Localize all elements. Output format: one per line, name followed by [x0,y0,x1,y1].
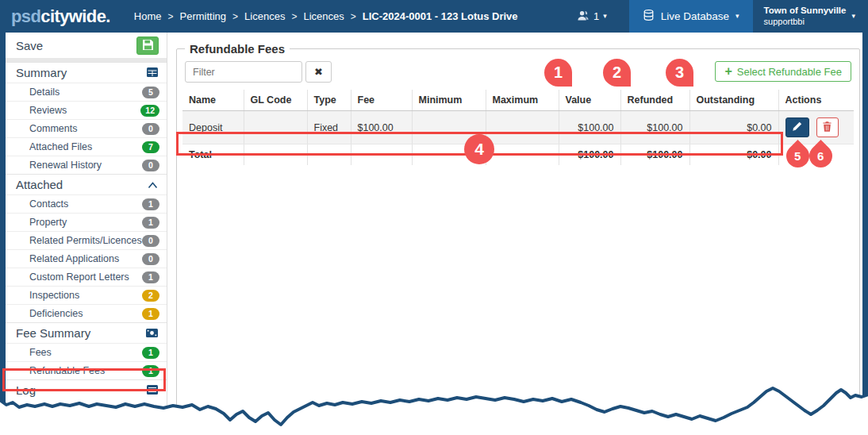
column-header-minimum[interactable]: Minimum [412,90,486,111]
breadcrumb-separator: > [351,11,356,22]
total-outstanding: $0.00 [689,144,778,166]
panel-title: Refundable Fees [185,42,290,56]
cell-name: Deposit [182,111,244,144]
count-badge: 0 [142,253,159,265]
cell-gl-code [244,111,307,144]
save-row[interactable]: Save [6,33,167,62]
log-list-icon [147,383,158,397]
sidebar-item-attached-files[interactable]: Attached Files7 [6,137,167,156]
item-label: Fees [29,347,52,358]
sidebar-item-reviews[interactable]: Reviews12 [6,101,167,119]
table-total-row: Total $100.00 $100.00 $0.00 [182,144,854,166]
sidebar-item-renewal-history[interactable]: Renewal History0 [6,156,167,174]
column-header-fee[interactable]: Fee [351,90,412,111]
column-header-outstanding[interactable]: Outstanding [689,90,778,111]
item-label: Related Permits/Licences [29,235,142,246]
column-header-type[interactable]: Type [307,90,351,111]
plus-icon: + [724,65,732,78]
sidebar-section-log[interactable]: Log [6,379,167,400]
count-badge: 0 [142,160,159,171]
sidebar-section-summary[interactable]: Summary [6,62,167,83]
logged-in-username: supportbbi [764,17,847,27]
chevron-down-icon: ▾ [603,13,607,20]
table-controls: ✖ + Select Refundable Fee [182,57,854,86]
select-refundable-fee-label: Select Refundable Fee [737,66,842,78]
select-refundable-fee-button[interactable]: + Select Refundable Fee [715,61,851,82]
count-badge: 1 [142,308,159,320]
table-header-row: Name GL Code Type Fee Minimum Maximum Va… [182,90,854,111]
sidebar-item-related-applications[interactable]: Related Applications0 [6,249,167,268]
save-button[interactable] [136,37,159,55]
chevron-down-icon: ▾ [851,13,855,20]
database-icon [643,9,655,24]
total-refunded: $100.00 [620,144,689,166]
section-label: Summary [16,66,67,79]
user-icon [577,10,590,24]
record-sidebar: Save Summary Details5 Reviews12 Comments… [6,33,167,435]
sidebar-item-inspections[interactable]: Inspections2 [6,286,167,304]
count-badge: 0 [142,235,159,247]
sidebar-item-fees[interactable]: Fees1 [6,343,167,361]
sidebar-item-contacts[interactable]: Contacts1 [6,194,167,213]
user-count: 1 [593,10,599,22]
edit-fee-button[interactable] [785,117,809,137]
chevron-down-icon: ▾ [735,13,739,20]
sidebar-item-property[interactable]: Property1 [6,213,167,231]
trash-icon [823,121,832,134]
count-badge: 1 [142,217,159,229]
item-label: Comments [29,123,77,134]
cell-type: Fixed [307,111,351,144]
item-label: Property [29,217,67,228]
live-database-dropdown[interactable]: Live Database ▾ [629,0,753,33]
count-badge: 2 [142,290,159,302]
cell-outstanding: $0.00 [689,111,778,144]
breadcrumb-licences[interactable]: Licences [244,10,285,22]
table-row-deposit: Deposit Fixed $100.00 $100.00 $100.00 $0… [182,111,854,144]
item-label: Inspections [29,290,79,301]
count-badge: 5 [142,87,159,98]
breadcrumb-permitting[interactable]: Permitting [180,10,227,22]
delete-fee-button[interactable] [816,117,839,137]
floppy-disk-icon [143,39,153,52]
sidebar-section-fee-summary[interactable]: Fee Summary [6,322,167,343]
sidebar-section-attached[interactable]: Attached [6,174,167,194]
column-header-gl-code[interactable]: GL Code [244,90,307,111]
item-label: Contacts [29,198,68,210]
column-header-value[interactable]: Value [559,90,620,111]
count-badge: 12 [140,105,159,117]
column-header-actions: Actions [778,90,854,111]
item-label: Renewal History [29,160,102,171]
sidebar-item-related-permits-licences[interactable]: Related Permits/Licences0 [6,231,167,249]
sidebar-item-refundable-fees[interactable]: Refundable Fees1 [6,361,167,379]
cell-actions [778,111,854,144]
sidebar-item-comments[interactable]: Comments0 [6,119,167,137]
save-label: Save [16,39,43,52]
filter-input[interactable] [185,61,302,83]
sidebar-item-deficiencies[interactable]: Deficiencies1 [6,304,167,322]
breadcrumb-licences-2[interactable]: Licences [303,10,344,22]
breadcrumb-home[interactable]: Home [134,10,162,22]
user-session-menu[interactable]: 1 ▾ [577,0,607,33]
count-badge: 1 [142,198,159,210]
sidebar-item-details[interactable]: Details5 [6,83,167,101]
item-label: Refundable Fees [29,365,105,376]
organization-user-menu[interactable]: Town of Sunnyville supportbbi ▾ [753,0,868,33]
item-label: Reviews [29,105,67,116]
section-label: Attached [16,178,63,191]
cash-icon [146,326,158,340]
clear-filter-button[interactable]: ✖ [305,61,332,83]
item-label: Custom Report Letters [29,271,129,283]
column-header-maximum[interactable]: Maximum [486,90,559,111]
psd-citywide-logo[interactable]: psdcitywide. [11,6,110,27]
cell-value: $100.00 [559,111,620,144]
organization-name: Town of Sunnyville [764,6,847,17]
total-label: Total [182,144,244,166]
total-value: $100.00 [559,144,620,166]
page-left-border [0,33,6,435]
sidebar-item-custom-report-letters[interactable]: Custom Report Letters1 [6,268,167,286]
breadcrumb: Home > Permitting > Licences > Licences … [134,10,518,22]
column-header-refunded[interactable]: Refunded [620,90,689,111]
item-label: Attached Files [29,141,92,152]
item-label: Deficiencies [29,308,83,319]
column-header-name[interactable]: Name [182,90,244,111]
